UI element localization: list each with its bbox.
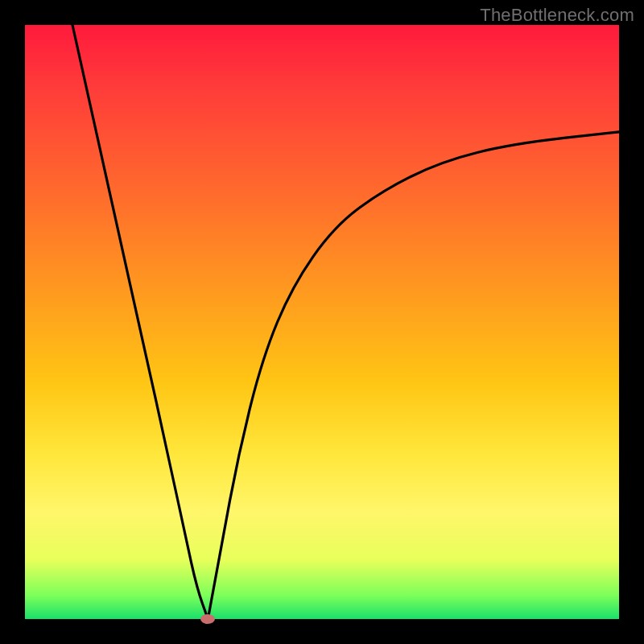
bottleneck-curve <box>25 25 619 619</box>
minimum-marker <box>200 614 215 624</box>
chart-frame: TheBottleneck.com <box>0 0 644 644</box>
plot-area <box>25 25 619 619</box>
watermark-text: TheBottleneck.com <box>480 5 634 26</box>
